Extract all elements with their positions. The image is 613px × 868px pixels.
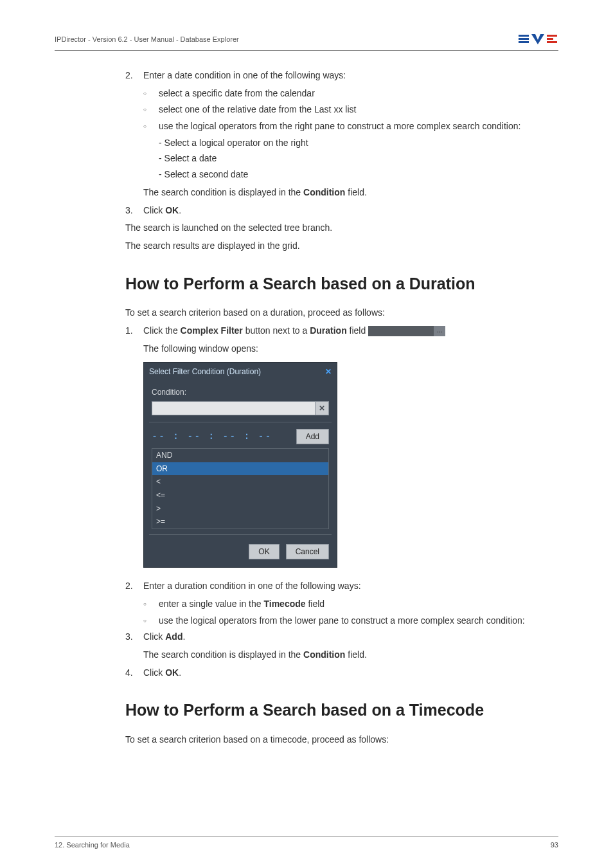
page-content: 2. Enter a date condition in one of the … (125, 69, 546, 747)
complex-filter-button-icon: ... (434, 326, 445, 336)
breadcrumb: IPDirector - Version 6.2 - User Manual -… (55, 35, 239, 43)
step-text: Click the Complex Filter button next to … (143, 324, 546, 338)
page-number: 93 (551, 841, 558, 849)
page-footer: 12. Searching for Media 93 (55, 836, 558, 849)
timecode-input[interactable]: -- : -- : -- : -- (152, 429, 296, 444)
step-text: Click Add. (143, 630, 546, 644)
operator-gt[interactable]: > (152, 502, 328, 516)
operator-or[interactable]: OR (152, 462, 328, 476)
dialog-title: Select Filter Condition (Duration) (149, 366, 261, 378)
heading-duration: How to Perform a Search based on a Durat… (125, 271, 546, 296)
result-text: The search results are displayed in the … (125, 239, 546, 253)
bullet-item: ○ select a specific date from the calend… (143, 87, 546, 101)
add-button[interactable]: Add (296, 429, 329, 445)
clear-condition-button[interactable]: ✕ (315, 401, 329, 415)
filter-condition-dialog: Select Filter Condition (Duration) ✕ Con… (143, 362, 337, 568)
result-text: The search is launched on the selected t… (125, 221, 546, 235)
bullet-text: use the logical operators from the right… (159, 120, 546, 134)
condition-input[interactable] (152, 401, 315, 415)
step-text: Click OK. (143, 666, 546, 680)
page-header: IPDirector - Version 6.2 - User Manual -… (55, 32, 558, 51)
operator-gte[interactable]: >= (152, 515, 328, 529)
dash-item: - Select a date (159, 152, 546, 166)
bullet-icon: ○ (143, 614, 159, 628)
bullet-text: use the logical operators from the lower… (159, 614, 546, 628)
bullet-text: select one of the relative date from the… (159, 103, 546, 117)
step-number: 2. (125, 579, 143, 593)
condition-note: The search condition is displayed in the… (143, 648, 546, 662)
operator-and[interactable]: AND (152, 449, 328, 462)
cancel-button[interactable]: Cancel (286, 544, 329, 560)
operator-lt[interactable]: < (152, 475, 328, 489)
dialog-titlebar: Select Filter Condition (Duration) ✕ (144, 363, 337, 381)
duration-step-1: 1. Click the Complex Filter button next … (125, 324, 546, 338)
svg-rect-1 (519, 38, 529, 40)
duration-step-2: 2. Enter a duration condition in one of … (125, 579, 546, 593)
step-number: 2. (125, 69, 143, 83)
svg-rect-0 (519, 35, 529, 37)
svg-rect-4 (547, 38, 553, 40)
duration-step-4: 4. Click OK. (125, 666, 546, 680)
footer-section: 12. Searching for Media (55, 841, 130, 849)
bullet-text: enter a single value in the Timecode fie… (159, 597, 546, 611)
bullet-icon: ○ (143, 87, 159, 101)
step-text: Click OK. (143, 204, 546, 218)
operator-lte[interactable]: <= (152, 489, 328, 502)
duration-step-3: 3. Click Add. (125, 630, 546, 644)
bullet-item: ○ use the logical operators from the low… (143, 614, 546, 628)
step-text: Enter a duration condition in one of the… (143, 579, 546, 593)
window-opens-text: The following window opens: (143, 342, 546, 356)
close-icon[interactable]: ✕ (325, 366, 332, 378)
step-number: 3. (125, 204, 143, 218)
dash-item: - Select a second date (159, 168, 546, 182)
heading-timecode: How to Perform a Search based on a Timec… (125, 698, 546, 723)
condition-label: Condition: (152, 386, 329, 399)
svg-rect-2 (519, 41, 529, 43)
bullet-item: ○ enter a single value in the Timecode f… (143, 597, 546, 611)
step-number: 3. (125, 630, 143, 644)
step-number: 1. (125, 324, 143, 338)
bullet-icon: ○ (143, 120, 159, 134)
bullet-item: ○ use the logical operators from the rig… (143, 120, 546, 134)
step-number: 4. (125, 666, 143, 680)
bullet-item: ○ select one of the relative date from t… (143, 103, 546, 117)
step-3: 3. Click OK. (125, 204, 546, 218)
bullet-text: select a specific date from the calendar (159, 87, 546, 101)
operators-list: AND OR < <= > >= (152, 448, 329, 529)
dash-item: - Select a logical operator on the right (159, 136, 546, 150)
bullet-icon: ○ (143, 103, 159, 117)
bullet-icon: ○ (143, 597, 159, 611)
evs-logo (519, 32, 558, 46)
condition-note: The search condition is displayed in the… (143, 186, 546, 200)
timecode-intro: To set a search criterion based on a tim… (125, 733, 546, 747)
duration-intro: To set a search criterion based on a dur… (125, 306, 546, 320)
step-text: Enter a date condition in one of the fol… (143, 69, 546, 83)
duration-field-example: ... (368, 326, 445, 336)
svg-rect-5 (547, 41, 557, 43)
ok-button[interactable]: OK (249, 544, 279, 560)
svg-rect-3 (547, 35, 557, 37)
step-2: 2. Enter a date condition in one of the … (125, 69, 546, 83)
